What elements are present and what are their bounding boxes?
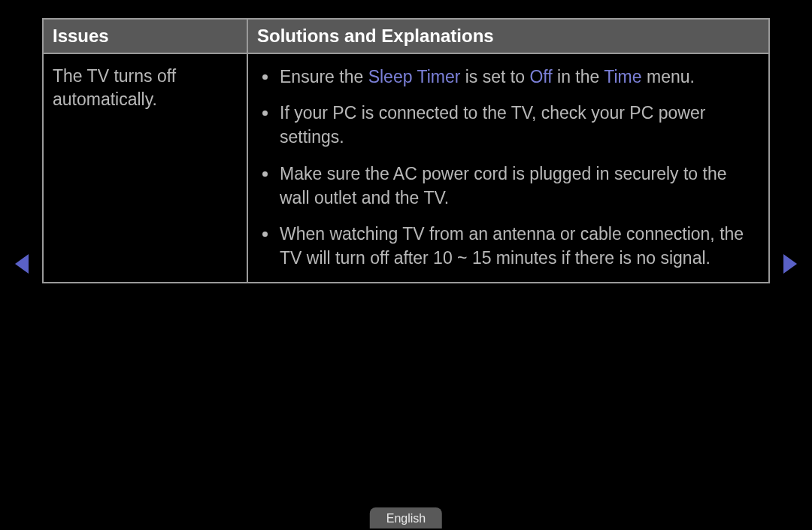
highlight-off: Off [529,67,552,86]
header-solutions: Solutions and Explanations [248,20,768,53]
issue-text-line2: automatically. [53,89,157,109]
table-header-row: Issues Solutions and Explanations [44,20,768,54]
prev-page-arrow-icon[interactable] [15,254,29,274]
next-page-arrow-icon[interactable] [783,254,797,274]
highlight-time: Time [604,67,641,86]
solution-cell: Ensure the Sleep Timer is set to Off in … [248,54,768,282]
troubleshooting-table: Issues Solutions and Explanations The TV… [42,18,770,283]
language-badge[interactable]: English [370,507,442,528]
list-item: When watching TV from an antenna or cabl… [278,222,755,270]
list-item: Make sure the AC power cord is plugged i… [278,162,755,210]
issue-text-line1: The TV turns off [53,66,176,86]
list-item: Ensure the Sleep Timer is set to Off in … [278,65,755,89]
header-issues: Issues [44,20,248,53]
list-item: If your PC is connected to the TV, check… [278,101,755,149]
highlight-sleep-timer: Sleep Timer [368,67,461,86]
table-row: The TV turns off automatically. Ensure t… [44,54,768,282]
issue-cell: The TV turns off automatically. [44,54,248,282]
solution-list: Ensure the Sleep Timer is set to Off in … [256,65,755,270]
